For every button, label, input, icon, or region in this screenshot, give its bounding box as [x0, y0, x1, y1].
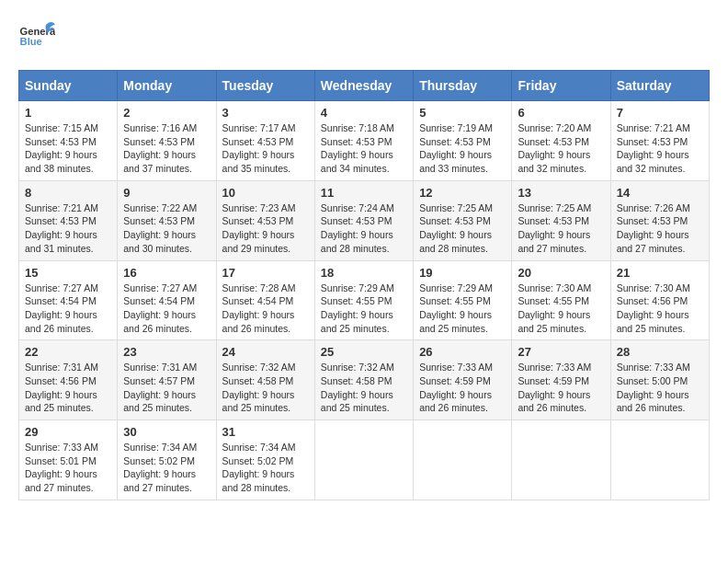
- calendar-cell: 20 Sunrise: 7:30 AM Sunset: 4:55 PM Dayl…: [512, 260, 610, 340]
- day-number: 20: [518, 266, 604, 280]
- sunset-label: Sunset: 4:53 PM: [321, 136, 392, 147]
- daylight-label: Daylight: 9 hours and 32 minutes.: [617, 149, 689, 174]
- sunrise-label: Sunrise: 7:33 AM: [617, 362, 690, 373]
- day-info: Sunrise: 7:30 AM Sunset: 4:55 PM Dayligh…: [518, 282, 604, 336]
- day-of-week-header: Thursday: [414, 71, 512, 101]
- sunset-label: Sunset: 5:02 PM: [123, 455, 195, 466]
- calendar-cell: 14 Sunrise: 7:26 AM Sunset: 4:53 PM Dayl…: [610, 180, 709, 260]
- calendar-cell: [414, 420, 512, 500]
- daylight-label: Daylight: 9 hours and 25 minutes.: [518, 309, 590, 334]
- calendar-cell: 21 Sunrise: 7:30 AM Sunset: 4:56 PM Dayl…: [610, 260, 709, 340]
- day-info: Sunrise: 7:26 AM Sunset: 4:53 PM Dayligh…: [617, 201, 703, 256]
- day-number: 1: [25, 106, 111, 120]
- calendar-cell: 8 Sunrise: 7:21 AM Sunset: 4:53 PM Dayli…: [19, 180, 118, 260]
- sunset-label: Sunset: 4:54 PM: [123, 295, 195, 306]
- calendar-cell: 16 Sunrise: 7:27 AM Sunset: 4:54 PM Dayl…: [118, 260, 216, 340]
- day-info: Sunrise: 7:27 AM Sunset: 4:54 PM Dayligh…: [25, 282, 111, 336]
- day-info: Sunrise: 7:28 AM Sunset: 4:54 PM Dayligh…: [222, 282, 309, 336]
- calendar-table: SundayMondayTuesdayWednesdayThursdayFrid…: [18, 70, 710, 500]
- sunrise-label: Sunrise: 7:32 AM: [321, 362, 394, 373]
- daylight-label: Daylight: 9 hours and 34 minutes.: [321, 149, 393, 174]
- daylight-label: Daylight: 9 hours and 27 minutes.: [518, 229, 590, 254]
- day-info: Sunrise: 7:21 AM Sunset: 4:53 PM Dayligh…: [617, 121, 703, 176]
- sunset-label: Sunset: 4:58 PM: [222, 375, 294, 386]
- day-info: Sunrise: 7:17 AM Sunset: 4:53 PM Dayligh…: [222, 121, 309, 176]
- sunrise-label: Sunrise: 7:31 AM: [25, 362, 98, 373]
- calendar-cell: 17 Sunrise: 7:28 AM Sunset: 4:54 PM Dayl…: [216, 260, 314, 340]
- day-number: 7: [617, 106, 703, 120]
- day-info: Sunrise: 7:33 AM Sunset: 5:01 PM Dayligh…: [25, 441, 111, 495]
- day-number: 18: [321, 266, 407, 280]
- sunrise-label: Sunrise: 7:30 AM: [518, 282, 591, 293]
- day-info: Sunrise: 7:20 AM Sunset: 4:53 PM Dayligh…: [518, 121, 604, 176]
- sunrise-label: Sunrise: 7:31 AM: [123, 362, 197, 373]
- calendar-week-row: 22 Sunrise: 7:31 AM Sunset: 4:56 PM Dayl…: [19, 340, 710, 420]
- calendar-cell: 30 Sunrise: 7:34 AM Sunset: 5:02 PM Dayl…: [118, 420, 216, 500]
- sunrise-label: Sunrise: 7:16 AM: [123, 122, 197, 133]
- day-number: 23: [123, 345, 210, 359]
- calendar-week-row: 29 Sunrise: 7:33 AM Sunset: 5:01 PM Dayl…: [19, 420, 710, 500]
- day-number: 12: [419, 186, 506, 200]
- sunset-label: Sunset: 4:55 PM: [419, 295, 491, 306]
- sunrise-label: Sunrise: 7:23 AM: [222, 202, 296, 213]
- day-info: Sunrise: 7:34 AM Sunset: 5:02 PM Dayligh…: [123, 441, 210, 495]
- day-info: Sunrise: 7:31 AM Sunset: 4:57 PM Dayligh…: [123, 361, 210, 415]
- daylight-label: Daylight: 9 hours and 25 minutes.: [321, 389, 393, 414]
- daylight-label: Daylight: 9 hours and 37 minutes.: [123, 149, 196, 174]
- sunset-label: Sunset: 4:53 PM: [123, 215, 195, 226]
- sunset-label: Sunset: 4:58 PM: [321, 375, 392, 386]
- sunset-label: Sunset: 4:59 PM: [518, 375, 589, 386]
- day-number: 16: [123, 266, 210, 280]
- calendar-cell: 1 Sunrise: 7:15 AM Sunset: 4:53 PM Dayli…: [19, 101, 118, 181]
- sunrise-label: Sunrise: 7:25 AM: [419, 202, 493, 213]
- sunset-label: Sunset: 5:01 PM: [25, 455, 97, 466]
- calendar-week-row: 8 Sunrise: 7:21 AM Sunset: 4:53 PM Dayli…: [19, 180, 710, 260]
- day-info: Sunrise: 7:33 AM Sunset: 5:00 PM Dayligh…: [617, 361, 703, 415]
- calendar-cell: [314, 420, 413, 500]
- daylight-label: Daylight: 9 hours and 26 minutes.: [222, 309, 295, 334]
- day-number: 30: [123, 425, 210, 439]
- day-of-week-header: Sunday: [19, 71, 118, 101]
- daylight-label: Daylight: 9 hours and 38 minutes.: [25, 149, 97, 174]
- daylight-label: Daylight: 9 hours and 25 minutes.: [321, 309, 393, 334]
- day-number: 22: [25, 345, 111, 359]
- calendar-cell: 24 Sunrise: 7:32 AM Sunset: 4:58 PM Dayl…: [216, 340, 314, 420]
- day-number: 29: [25, 425, 111, 439]
- daylight-label: Daylight: 9 hours and 25 minutes.: [123, 389, 196, 414]
- day-info: Sunrise: 7:25 AM Sunset: 4:53 PM Dayligh…: [518, 201, 604, 256]
- daylight-label: Daylight: 9 hours and 26 minutes.: [419, 389, 492, 414]
- calendar-cell: 5 Sunrise: 7:19 AM Sunset: 4:53 PM Dayli…: [414, 101, 512, 181]
- sunset-label: Sunset: 4:53 PM: [25, 215, 97, 226]
- day-number: 17: [222, 266, 309, 280]
- sunrise-label: Sunrise: 7:33 AM: [419, 362, 493, 373]
- page-header: General Blue: [18, 18, 710, 55]
- day-info: Sunrise: 7:33 AM Sunset: 4:59 PM Dayligh…: [518, 361, 604, 415]
- sunset-label: Sunset: 4:53 PM: [123, 136, 195, 147]
- sunset-label: Sunset: 4:56 PM: [25, 375, 97, 386]
- calendar-cell: 11 Sunrise: 7:24 AM Sunset: 4:53 PM Dayl…: [314, 180, 413, 260]
- day-info: Sunrise: 7:21 AM Sunset: 4:53 PM Dayligh…: [25, 201, 111, 256]
- sunset-label: Sunset: 4:55 PM: [321, 295, 392, 306]
- calendar-cell: 26 Sunrise: 7:33 AM Sunset: 4:59 PM Dayl…: [414, 340, 512, 420]
- sunrise-label: Sunrise: 7:26 AM: [617, 202, 690, 213]
- daylight-label: Daylight: 9 hours and 28 minutes.: [321, 229, 393, 254]
- calendar-cell: 25 Sunrise: 7:32 AM Sunset: 4:58 PM Dayl…: [314, 340, 413, 420]
- sunset-label: Sunset: 4:59 PM: [419, 375, 491, 386]
- day-number: 5: [419, 106, 506, 120]
- day-info: Sunrise: 7:23 AM Sunset: 4:53 PM Dayligh…: [222, 201, 309, 256]
- day-number: 9: [123, 186, 210, 200]
- day-info: Sunrise: 7:33 AM Sunset: 4:59 PM Dayligh…: [419, 361, 506, 415]
- daylight-label: Daylight: 9 hours and 30 minutes.: [123, 229, 196, 254]
- calendar-cell: [610, 420, 709, 500]
- sunrise-label: Sunrise: 7:21 AM: [617, 122, 690, 133]
- daylight-label: Daylight: 9 hours and 33 minutes.: [419, 149, 492, 174]
- calendar-week-row: 15 Sunrise: 7:27 AM Sunset: 4:54 PM Dayl…: [19, 260, 710, 340]
- sunrise-label: Sunrise: 7:27 AM: [123, 282, 197, 293]
- daylight-label: Daylight: 9 hours and 26 minutes.: [518, 389, 590, 414]
- calendar-cell: 6 Sunrise: 7:20 AM Sunset: 4:53 PM Dayli…: [512, 101, 610, 181]
- daylight-label: Daylight: 9 hours and 26 minutes.: [617, 389, 689, 414]
- sunset-label: Sunset: 4:53 PM: [222, 215, 294, 226]
- day-number: 8: [25, 186, 111, 200]
- day-info: Sunrise: 7:25 AM Sunset: 4:53 PM Dayligh…: [419, 201, 506, 256]
- day-info: Sunrise: 7:31 AM Sunset: 4:56 PM Dayligh…: [25, 361, 111, 415]
